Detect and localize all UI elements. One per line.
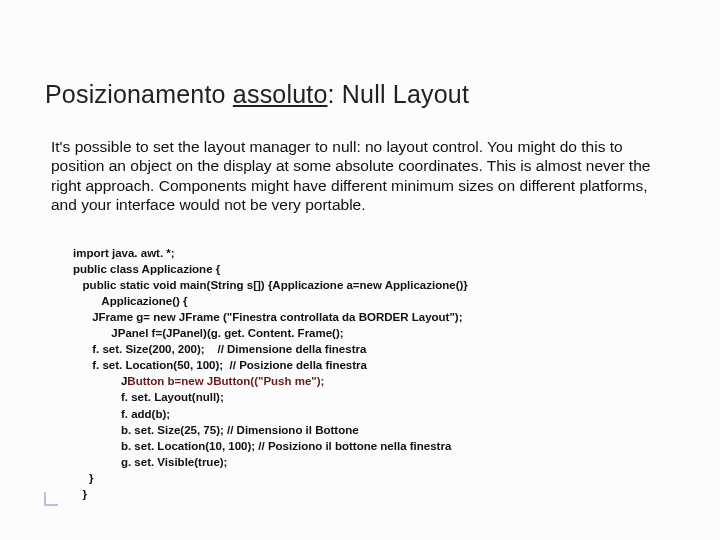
code-line: f. set. Location(50, 100); // Posizione … — [73, 359, 367, 371]
corner-decoration-icon — [44, 492, 58, 506]
code-line: g. set. Visible(true); — [73, 456, 227, 468]
code-line: Applicazione() { — [73, 295, 188, 307]
code-block: import java. awt. *; public class Applic… — [73, 229, 675, 519]
code-line: b. set. Location(10, 100); // Posiziono … — [73, 440, 451, 452]
code-line: JPanel f=(JPanel)(g. get. Content. Frame… — [73, 327, 344, 339]
title-suffix: : Null Layout — [328, 80, 470, 108]
code-line: f. set. Layout(null); — [73, 391, 224, 403]
code-line: J — [73, 375, 127, 387]
slide: Posizionamento assoluto: Null Layout It'… — [0, 0, 720, 540]
title-prefix: Posizionamento — [45, 80, 233, 108]
code-line: } — [73, 472, 93, 484]
code-line: public static void main(String s[]) {App… — [73, 279, 468, 291]
code-line: f. add(b); — [73, 408, 170, 420]
code-line: } — [73, 488, 87, 500]
code-line: import java. awt. *; — [73, 247, 175, 259]
code-line: public class Applicazione { — [73, 263, 220, 275]
title-underlined: assoluto — [233, 80, 328, 108]
code-highlight: Button b=new JButton(("Push me"); — [127, 375, 324, 387]
code-line: f. set. Size(200, 200); // Dimensione de… — [73, 343, 366, 355]
slide-title: Posizionamento assoluto: Null Layout — [45, 80, 675, 109]
code-line: b. set. Size(25, 75); // Dimensiono il B… — [73, 424, 359, 436]
body-paragraph: It's possible to set the layout manager … — [51, 137, 671, 215]
code-line: JFrame g= new JFrame ("Finestra controll… — [73, 311, 463, 323]
